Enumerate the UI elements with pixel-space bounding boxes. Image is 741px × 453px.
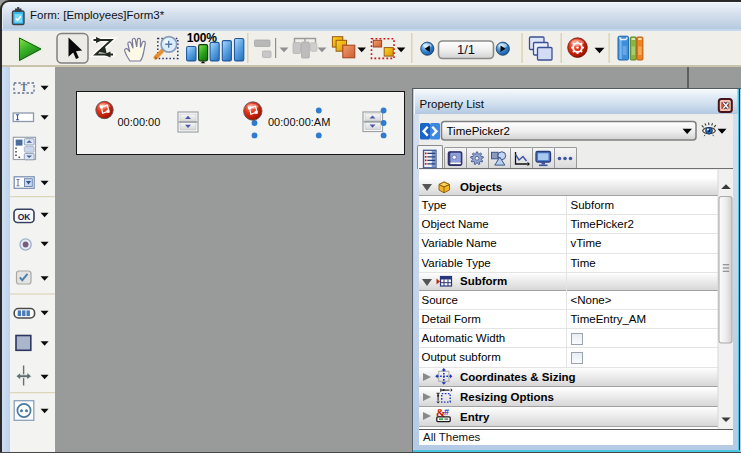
- svg-text:T: T: [21, 83, 28, 93]
- svg-text:TimePicker2: TimePicker2: [447, 125, 510, 137]
- svg-text:#: #: [444, 407, 449, 417]
- svg-text:1/1: 1/1: [457, 42, 475, 57]
- svg-text:OK: OK: [18, 212, 32, 222]
